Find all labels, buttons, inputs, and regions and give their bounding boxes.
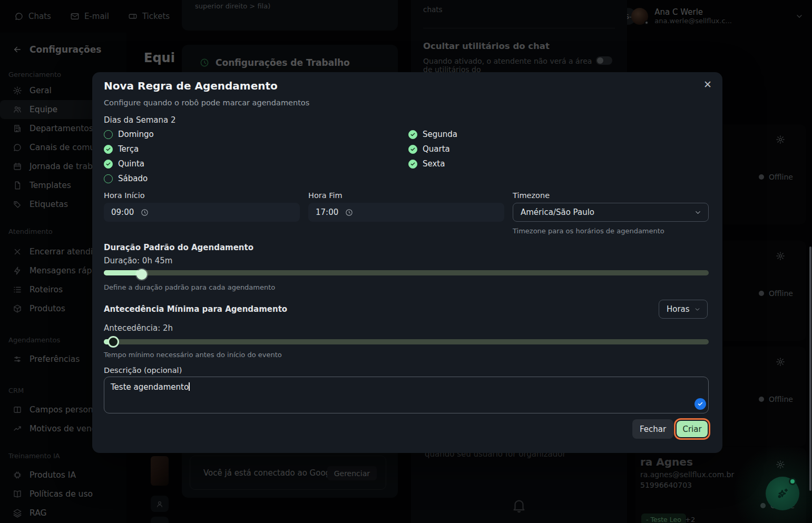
duracao-value: Duração: 0h 45m <box>104 256 172 265</box>
hora-fim-input[interactable]: 17:00 <box>308 203 504 222</box>
hora-inicio-input[interactable]: 09:00 <box>104 203 300 222</box>
day-checkbox-segunda[interactable]: Segunda <box>408 129 457 140</box>
criar-button-highlight-ring: Criar <box>674 418 710 440</box>
antecedencia-slider[interactable] <box>104 339 709 344</box>
checkbox-circle[interactable] <box>408 160 417 169</box>
day-checkbox-quarta[interactable]: Quarta <box>408 143 450 155</box>
antecedencia-unit-select[interactable]: Horas <box>659 300 708 319</box>
duracao-slider[interactable] <box>104 270 709 275</box>
sparkles-icon <box>775 486 790 501</box>
duracao-label: Duração Padrão do Agendamento <box>104 243 253 252</box>
scrollbar-thumb[interactable] <box>809 246 811 491</box>
day-checkbox-terca[interactable]: Terça <box>104 143 139 155</box>
antecedencia-value: Antecedência: 2h <box>104 323 173 333</box>
antecedencia-helper: Tempo mínimo necessário antes do início … <box>104 351 282 359</box>
criar-button[interactable]: Criar <box>677 421 708 437</box>
day-checkbox-sabado[interactable]: Sábado <box>104 173 148 184</box>
descricao-label: Descrição (opcional) <box>104 366 182 374</box>
spellcheck-badge[interactable] <box>694 398 706 410</box>
day-checkbox-quinta[interactable]: Quinta <box>104 158 144 170</box>
fechar-button[interactable]: Fechar <box>632 419 673 439</box>
ai-assistant-fab[interactable] <box>766 477 799 510</box>
check-icon <box>105 161 111 167</box>
checkbox-circle[interactable] <box>104 145 113 154</box>
timezone-label: Timezone <box>513 191 550 200</box>
checkbox-circle[interactable] <box>408 145 417 154</box>
modal-subtitle: Configure quando o robô pode marcar agen… <box>104 98 309 107</box>
check-icon <box>105 146 111 152</box>
close-icon[interactable]: ✕ <box>703 78 712 90</box>
timezone-helper: Timezone para os horários de agendamento <box>513 227 664 235</box>
duracao-slider-thumb[interactable] <box>136 269 147 280</box>
checkbox-circle[interactable] <box>408 130 417 139</box>
modal-title: Nova Regra de Agendamento <box>104 80 278 92</box>
descricao-textarea[interactable]: Teste agendamento <box>104 377 709 413</box>
check-icon <box>410 161 416 167</box>
duracao-helper: Define a duração padrão para cada agenda… <box>104 283 275 291</box>
clock-icon <box>345 209 353 216</box>
text-caret <box>189 382 190 391</box>
chevron-down-icon <box>694 209 702 216</box>
antecedencia-label: Antecedência Mínima para Agendamento <box>104 304 287 314</box>
days-label: Dias da Semana 2 <box>104 115 176 125</box>
descricao-text: Teste agendamento <box>111 382 189 392</box>
check-icon <box>697 401 703 407</box>
checkbox-circle[interactable] <box>104 160 113 169</box>
day-checkbox-domingo[interactable]: Domingo <box>104 129 154 140</box>
chevron-down-icon <box>694 306 701 313</box>
checkbox-circle[interactable] <box>104 174 113 183</box>
antecedencia-slider-thumb[interactable] <box>107 336 119 348</box>
check-icon <box>410 146 416 152</box>
check-icon <box>410 132 416 137</box>
clock-icon <box>141 209 149 216</box>
slider-fill <box>104 270 140 275</box>
timezone-select[interactable]: América/São Paulo <box>513 203 709 222</box>
checkbox-circle[interactable] <box>104 130 113 139</box>
new-rule-modal: ✕ Nova Regra de Agendamento Configure qu… <box>92 72 722 453</box>
fab-online-dot <box>789 478 796 485</box>
hora-fim-label: Hora Fim <box>308 191 343 200</box>
day-checkbox-sexta[interactable]: Sexta <box>408 158 445 170</box>
app-root: Chats E-mail Tickets S- Ana C Werle ana.… <box>0 0 812 523</box>
hora-inicio-label: Hora Início <box>104 191 145 200</box>
